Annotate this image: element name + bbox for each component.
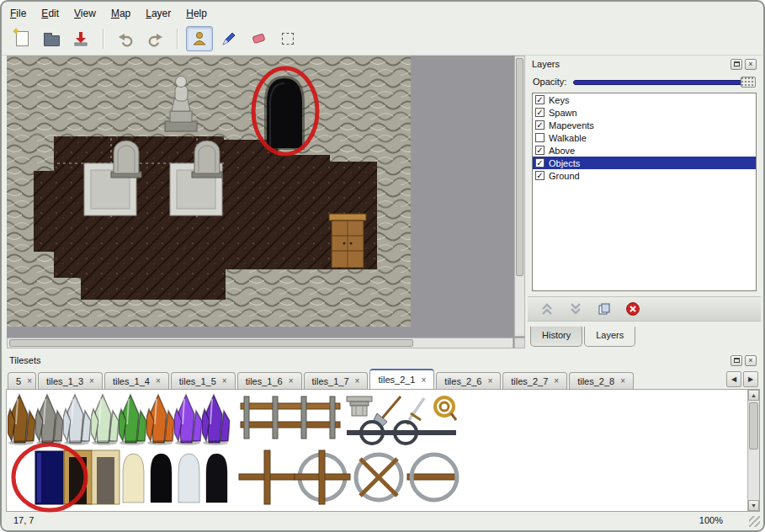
- menu-file[interactable]: File: [10, 8, 26, 19]
- menu-edit[interactable]: Edit: [41, 8, 59, 19]
- lower-layer-button[interactable]: [568, 301, 583, 317]
- tab-close-icon[interactable]: ×: [289, 376, 294, 386]
- opacity-slider-handle[interactable]: [741, 77, 756, 88]
- layer-row-walkable[interactable]: Walkable: [533, 131, 756, 144]
- layer-checkbox[interactable]: ✓: [535, 108, 545, 117]
- tab-close-icon[interactable]: ×: [222, 376, 227, 386]
- tab-close-icon[interactable]: ×: [89, 376, 94, 386]
- tile-track-circle[interactable]: [407, 455, 458, 500]
- layer-row-ground[interactable]: ✓ Ground: [533, 169, 756, 182]
- map-vertical-scrollbar[interactable]: [514, 56, 525, 337]
- tileset-tab-active[interactable]: tiles_2_1 ×: [369, 369, 434, 389]
- map-vscroll-thumb[interactable]: [516, 58, 523, 276]
- open-button[interactable]: [38, 26, 65, 51]
- opacity-slider[interactable]: [573, 76, 756, 88]
- layer-checkbox[interactable]: ✓: [535, 171, 545, 180]
- tile-rock-gray[interactable]: [35, 395, 63, 445]
- duplicate-layer-button[interactable]: [597, 301, 612, 317]
- map-horizontal-scrollbar[interactable]: [7, 338, 513, 348]
- tile-track-roundabout-diagonal[interactable]: [356, 455, 401, 500]
- scroll-up-button[interactable]: ▲: [748, 390, 759, 401]
- resize-grip[interactable]: [749, 516, 760, 527]
- layer-checkbox[interactable]: ✓: [535, 120, 545, 130]
- tile-arch-dark[interactable]: [206, 454, 227, 503]
- tile-crystal-purple[interactable]: [174, 395, 202, 445]
- tileset-tab[interactable]: tiles_1_3 ×: [38, 372, 103, 389]
- tab-layers[interactable]: Layers: [584, 327, 635, 347]
- tile-crystal-pale-green[interactable]: [91, 395, 119, 445]
- tile-crystal-orange[interactable]: [146, 395, 174, 445]
- tab-close-icon[interactable]: ×: [554, 376, 559, 386]
- tileset-tab[interactable]: tiles_2_6 ×: [436, 372, 501, 389]
- tile-track-cross[interactable]: [239, 450, 295, 504]
- tileset-tab[interactable]: tiles_1_7 ×: [304, 372, 369, 389]
- tile-metal-rail[interactable]: [347, 422, 456, 444]
- layer-row-keys[interactable]: ✓ Keys: [533, 93, 756, 106]
- tab-close-icon[interactable]: ×: [422, 375, 427, 385]
- tileset-tab[interactable]: tiles_1_5 ×: [171, 372, 236, 389]
- layer-row-spawn[interactable]: ✓ Spawn: [533, 106, 756, 119]
- close-panel-button[interactable]: ×: [745, 59, 757, 70]
- paint-tool-button[interactable]: [215, 26, 242, 51]
- menu-view[interactable]: View: [74, 8, 96, 19]
- tile-crystal-violet[interactable]: [202, 395, 230, 445]
- tab-close-icon[interactable]: ×: [355, 376, 360, 386]
- tile-crystal-ice[interactable]: [63, 395, 91, 445]
- tab-close-icon[interactable]: ×: [27, 376, 32, 386]
- float-panel-button[interactable]: [730, 59, 742, 70]
- raise-layer-button[interactable]: [539, 301, 555, 317]
- save-button[interactable]: [67, 26, 94, 51]
- map-canvas[interactable]: [7, 56, 411, 327]
- tile-arch-white[interactable]: [178, 454, 199, 503]
- layer-label: Ground: [549, 171, 580, 181]
- layer-row-objects[interactable]: ✓ Objects: [533, 157, 756, 169]
- new-file-button[interactable]: ✦: [8, 26, 35, 51]
- tile-crystal-green[interactable]: [119, 395, 146, 445]
- layer-checkbox[interactable]: ✓: [535, 95, 545, 104]
- layer-checkbox[interactable]: ✓: [535, 158, 545, 168]
- tab-scroll-left-button[interactable]: ◀: [726, 371, 741, 387]
- tileset-tab[interactable]: tiles_2_8 ×: [569, 372, 634, 389]
- map-hscroll-thumb[interactable]: [9, 339, 413, 347]
- opacity-row: Opacity:: [533, 74, 756, 89]
- tile-blue-selected[interactable]: [35, 451, 63, 504]
- tileset-tab[interactable]: tiles_1_4 ×: [104, 372, 169, 389]
- menu-help[interactable]: Help: [186, 8, 207, 19]
- cursor-coordinates: 17, 7: [13, 515, 34, 525]
- layer-row-mapevents[interactable]: ✓ Mapevents: [533, 119, 756, 131]
- tile-track-roundabout[interactable]: [295, 450, 350, 504]
- tile-door-frame-light[interactable]: [92, 450, 120, 504]
- menu-layer[interactable]: Layer: [146, 8, 171, 19]
- tile-arch-black[interactable]: [151, 454, 172, 503]
- tab-close-icon[interactable]: ×: [487, 376, 492, 386]
- tile-column-capital[interactable]: [347, 396, 372, 416]
- tile-whip-coil[interactable]: [435, 397, 456, 420]
- select-tool-button[interactable]: [274, 26, 301, 51]
- tab-history[interactable]: History: [530, 327, 582, 347]
- new-file-icon: ✦: [16, 31, 29, 46]
- layer-checkbox[interactable]: [535, 133, 545, 142]
- tab-close-icon[interactable]: ×: [620, 376, 625, 386]
- tile-arch-pale-yellow[interactable]: [123, 454, 144, 503]
- tab-close-icon[interactable]: ×: [156, 376, 161, 386]
- eraser-tool-button[interactable]: [245, 26, 272, 51]
- close-panel-button[interactable]: ×: [745, 355, 757, 366]
- float-panel-button[interactable]: [730, 355, 742, 366]
- layer-checkbox[interactable]: ✓: [535, 146, 545, 155]
- tileset-vertical-scrollbar[interactable]: ▲ ▼: [747, 390, 759, 511]
- scroll-down-button[interactable]: ▼: [748, 500, 759, 511]
- tileset-tab[interactable]: tiles_2_7 ×: [502, 372, 567, 389]
- tileset-canvas[interactable]: [7, 390, 747, 513]
- tileset-tab[interactable]: tiles_1_6 ×: [237, 372, 302, 389]
- place-object-tool-button[interactable]: [186, 26, 213, 51]
- tileset-tab[interactable]: 5 ×: [8, 372, 36, 389]
- redo-button[interactable]: [141, 26, 168, 51]
- menu-map[interactable]: Map: [111, 8, 130, 19]
- tile-wood-fence[interactable]: [241, 396, 340, 439]
- delete-layer-button[interactable]: [625, 301, 640, 317]
- tileset-scroll-thumb[interactable]: [749, 402, 758, 450]
- tab-scroll-right-button[interactable]: ▶: [743, 371, 758, 387]
- layer-row-above[interactable]: ✓ Above: [533, 144, 756, 157]
- undo-button[interactable]: [112, 26, 139, 51]
- tile-ore-brown[interactable]: [8, 395, 35, 445]
